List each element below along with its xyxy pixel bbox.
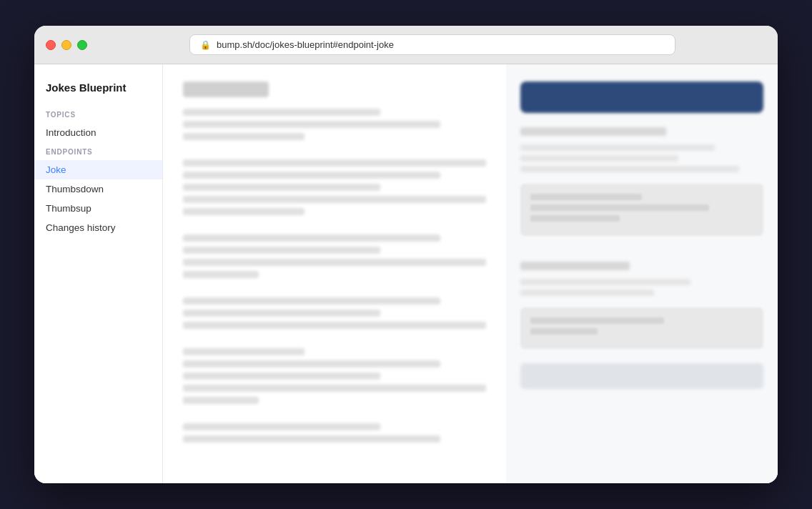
- content-line-17: [183, 360, 440, 367]
- sidebar-item-joke[interactable]: Joke: [34, 160, 162, 179]
- endpoints-section-label: ENDPOINTS: [34, 142, 162, 160]
- content-line-10: [183, 247, 380, 254]
- content-line-7: [183, 196, 486, 203]
- content-line-14: [183, 310, 380, 317]
- url-text: bump.sh/doc/jokes-blueprint#endpoint-jok…: [217, 39, 394, 50]
- right-line-2: [520, 155, 678, 162]
- content-line-6: [183, 184, 380, 191]
- content-right-panel: [506, 64, 778, 483]
- content-line-12: [183, 271, 259, 278]
- content-line-19: [183, 385, 486, 392]
- content-line-21: [183, 423, 380, 430]
- content-line-1: [183, 109, 380, 116]
- sidebar-item-thumbsup[interactable]: Thumbsup: [34, 199, 162, 218]
- right-section-title-2: [520, 262, 630, 270]
- sidebar: Jokes Blueprint TOPICS Introduction ENDP…: [34, 64, 163, 483]
- right-section-title-1: [520, 127, 666, 136]
- browser-window: 🔒 bump.sh/doc/jokes-blueprint#endpoint-j…: [34, 26, 778, 483]
- right-line-1: [520, 144, 715, 151]
- content-line-2: [183, 121, 440, 128]
- content-line-4: [183, 159, 486, 167]
- content-line-3: [183, 133, 304, 140]
- content-line-5: [183, 172, 440, 179]
- content-line-11: [183, 259, 486, 266]
- minimize-button[interactable]: [61, 40, 71, 50]
- sidebar-item-thumbsdown[interactable]: Thumbsdown: [34, 179, 162, 199]
- content-line-15: [183, 322, 486, 329]
- right-line-5: [520, 290, 654, 296]
- content-title-block: [183, 81, 269, 97]
- content-line-9: [183, 234, 440, 242]
- right-line-3: [520, 166, 739, 172]
- content-line-18: [183, 372, 380, 380]
- browser-chrome: 🔒 bump.sh/doc/jokes-blueprint#endpoint-j…: [34, 26, 778, 64]
- topics-section-label: TOPICS: [34, 105, 162, 123]
- content-line-16: [183, 348, 304, 355]
- browser-content: Jokes Blueprint TOPICS Introduction ENDP…: [34, 64, 778, 483]
- right-box-2: [520, 307, 763, 349]
- right-box-1: [520, 184, 763, 236]
- address-bar[interactable]: 🔒 bump.sh/doc/jokes-blueprint#endpoint-j…: [189, 34, 675, 55]
- bottom-banner: [520, 363, 763, 389]
- content-line-13: [183, 297, 440, 305]
- content-line-22: [183, 435, 440, 443]
- traffic-lights: [46, 40, 87, 50]
- maximize-button[interactable]: [77, 40, 87, 50]
- close-button[interactable]: [46, 40, 56, 50]
- sidebar-item-changes-history[interactable]: Changes history: [34, 218, 162, 237]
- right-line-4: [520, 279, 690, 285]
- main-content: [163, 64, 778, 483]
- sidebar-item-introduction[interactable]: Introduction: [34, 123, 162, 142]
- content-line-20: [183, 397, 259, 404]
- dark-banner: [520, 81, 763, 113]
- content-line-8: [183, 208, 304, 215]
- content-left: [163, 64, 506, 483]
- sidebar-title: Jokes Blueprint: [34, 76, 162, 105]
- lock-icon: 🔒: [200, 40, 211, 50]
